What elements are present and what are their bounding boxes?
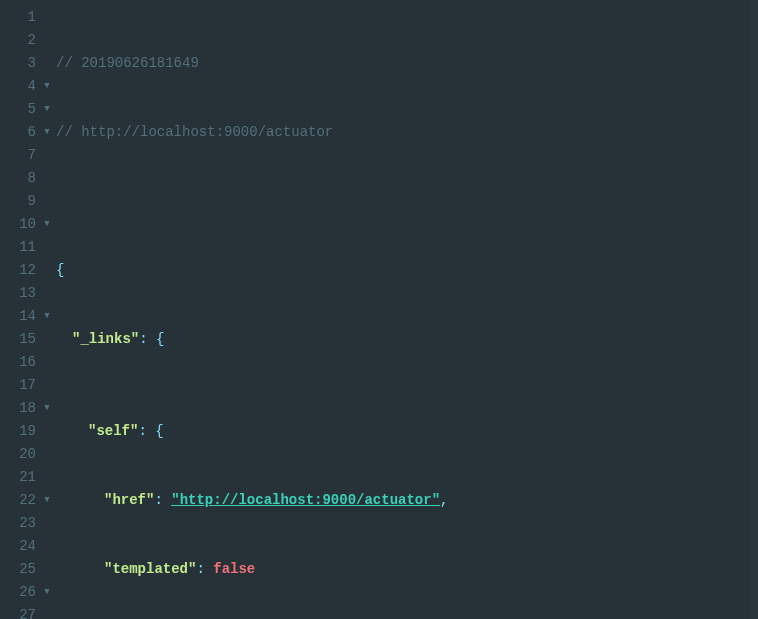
fold-toggle-icon[interactable]: ▼ [42, 121, 52, 144]
fold-toggle-icon[interactable]: ▼ [42, 489, 52, 512]
line-number: 7 [0, 144, 42, 167]
line-number: 20 [0, 443, 42, 466]
line-number: 21 [0, 466, 42, 489]
line-number: 14▼ [0, 305, 42, 328]
code-line: "templated": false [56, 558, 608, 581]
line-number: 4▼ [0, 75, 42, 98]
line-number: 17 [0, 374, 42, 397]
line-number-gutter: 1234▼5▼6▼78910▼11121314▼15161718▼1920212… [0, 0, 42, 619]
line-number: 5▼ [0, 98, 42, 121]
line-number: 6▼ [0, 121, 42, 144]
line-number: 9 [0, 190, 42, 213]
line-number: 24 [0, 535, 42, 558]
line-number: 15 [0, 328, 42, 351]
json-key-href: "href" [104, 492, 154, 508]
code-line: "href": "http://localhost:9000/actuator"… [56, 489, 608, 512]
fold-toggle-icon[interactable]: ▼ [42, 305, 52, 328]
line-number: 18▼ [0, 397, 42, 420]
code-line [56, 190, 608, 213]
line-number: 12 [0, 259, 42, 282]
json-key-links: "_links" [72, 331, 139, 347]
fold-toggle-icon[interactable]: ▼ [42, 213, 52, 236]
vertical-scrollbar[interactable] [750, 0, 758, 619]
code-line: // http://localhost:9000/actuator [56, 121, 608, 144]
fold-toggle-icon[interactable]: ▼ [42, 397, 52, 420]
line-number: 26▼ [0, 581, 42, 604]
line-number: 2 [0, 29, 42, 52]
fold-toggle-icon[interactable]: ▼ [42, 75, 52, 98]
code-line: "_links": { [56, 328, 608, 351]
line-number: 8 [0, 167, 42, 190]
line-number: 27 [0, 604, 42, 619]
json-key: "self" [88, 423, 138, 439]
line-number: 16 [0, 351, 42, 374]
comment-timestamp: // 20190626181649 [56, 55, 199, 71]
line-number: 22▼ [0, 489, 42, 512]
fold-toggle-icon[interactable]: ▼ [42, 581, 52, 604]
code-content: // 20190626181649 // http://localhost:90… [42, 0, 608, 619]
json-key-templated: "templated" [104, 561, 196, 577]
comment-url: // http://localhost:9000/actuator [56, 124, 333, 140]
code-line: // 20190626181649 [56, 52, 608, 75]
line-number: 3 [0, 52, 42, 75]
fold-toggle-icon[interactable]: ▼ [42, 98, 52, 121]
line-number: 11 [0, 236, 42, 259]
line-number: 1 [0, 6, 42, 29]
json-url[interactable]: "http://localhost:9000/actuator" [171, 492, 440, 508]
line-number: 13 [0, 282, 42, 305]
json-bool: false [213, 561, 255, 577]
code-line: { [56, 259, 608, 282]
line-number: 25 [0, 558, 42, 581]
line-number: 10▼ [0, 213, 42, 236]
code-line: "self": { [56, 420, 608, 443]
line-number: 19 [0, 420, 42, 443]
line-number: 23 [0, 512, 42, 535]
